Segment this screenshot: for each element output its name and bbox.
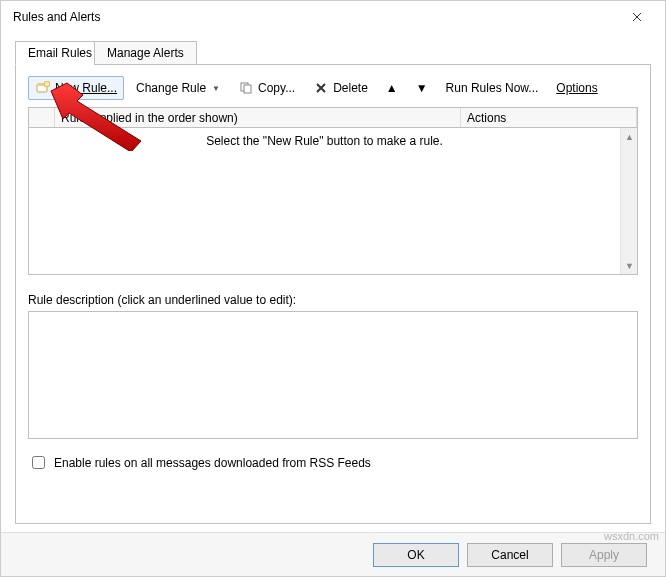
rss-checkbox[interactable] [32,456,45,469]
titlebar: Rules and Alerts [1,1,665,33]
change-rule-label: Change Rule [136,81,206,95]
window-title: Rules and Alerts [13,10,617,24]
empty-placeholder: Select the "New Rule" button to make a r… [29,134,620,148]
rss-checkbox-label: Enable rules on all messages downloaded … [54,456,371,470]
watermark: wsxdn.com [604,530,659,542]
scrollbar[interactable]: ▲ ▼ [620,128,637,274]
column-actions-label: Actions [467,111,506,125]
cancel-button[interactable]: Cancel [467,543,553,567]
copy-icon [238,80,254,96]
rss-checkbox-row[interactable]: Enable rules on all messages downloaded … [28,453,638,472]
ok-button[interactable]: OK [373,543,459,567]
column-actions[interactable]: Actions [461,108,637,127]
close-icon [632,12,642,22]
scroll-down-icon[interactable]: ▼ [621,257,637,274]
new-rule-label: New Rule... [55,81,117,95]
column-rule[interactable]: Rule (applied in the order shown) [55,108,461,127]
rules-list-header: Rule (applied in the order shown) Action… [29,108,637,128]
rule-description-label: Rule description (click an underlined va… [28,293,638,307]
move-down-button[interactable]: ▼ [410,76,434,100]
tab-manage-alerts-label: Manage Alerts [107,46,184,60]
delete-label: Delete [333,81,368,95]
options-label: Options [556,81,597,95]
dropdown-icon: ▼ [212,84,220,93]
apply-button[interactable]: Apply [561,543,647,567]
delete-button[interactable]: Delete [307,76,374,100]
rule-description-box[interactable] [28,311,638,439]
down-icon: ▼ [416,81,428,95]
rules-and-alerts-dialog: Rules and Alerts Email Rules Manage Aler… [0,0,666,577]
copy-label: Copy... [258,81,295,95]
new-rule-icon [35,80,51,96]
toolbar: New Rule... Change Rule ▼ Copy... Delete… [28,75,638,101]
move-up-button[interactable]: ▲ [380,76,404,100]
dialog-footer: OK Cancel Apply [1,532,665,576]
up-icon: ▲ [386,81,398,95]
tab-content: New Rule... Change Rule ▼ Copy... Delete… [15,65,651,524]
tabs-bar: Email Rules Manage Alerts [15,41,651,65]
column-checkbox[interactable] [29,108,55,127]
close-button[interactable] [617,3,657,31]
change-rule-button[interactable]: Change Rule ▼ [130,76,226,100]
scroll-up-icon[interactable]: ▲ [621,128,637,145]
svg-rect-4 [244,85,251,93]
tab-email-rules-label: Email Rules [28,46,92,60]
tab-manage-alerts[interactable]: Manage Alerts [94,41,197,65]
svg-point-2 [44,81,50,87]
new-rule-button[interactable]: New Rule... [28,76,124,100]
delete-icon [313,80,329,96]
options-button[interactable]: Options [550,76,603,100]
rules-list: Rule (applied in the order shown) Action… [28,107,638,275]
rules-list-body: Select the "New Rule" button to make a r… [29,128,637,274]
copy-button[interactable]: Copy... [232,76,301,100]
column-rule-label: Rule (applied in the order shown) [61,111,238,125]
tab-email-rules[interactable]: Email Rules [15,41,105,65]
run-rules-now-button[interactable]: Run Rules Now... [440,76,545,100]
run-rules-now-label: Run Rules Now... [446,81,539,95]
